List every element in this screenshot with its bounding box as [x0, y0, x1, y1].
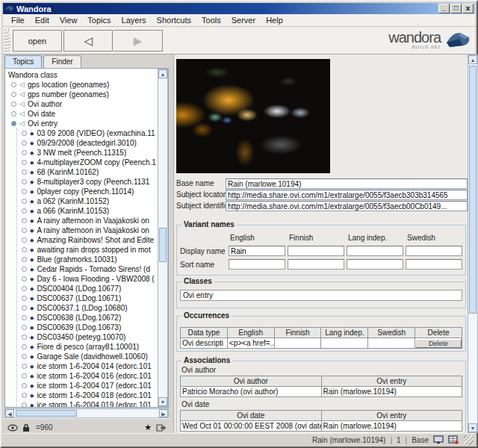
- expand-handle-icon[interactable]: [22, 373, 27, 379]
- scroll-down-icon[interactable]: ▼: [468, 423, 477, 432]
- scroll-left-icon[interactable]: ◀: [5, 409, 14, 417]
- menu-view[interactable]: View: [55, 15, 83, 25]
- tree-item[interactable]: ◆8-multiplayer3 copy (Peench.1131: [17, 177, 157, 187]
- menu-layers[interactable]: Layers: [117, 15, 152, 25]
- variant-name-cell[interactable]: [406, 246, 462, 256]
- occurrence-value-cell[interactable]: [274, 338, 321, 349]
- expand-handle-icon[interactable]: [22, 247, 27, 252]
- expand-handle-icon[interactable]: [22, 335, 27, 340]
- tree-item[interactable]: ◆3 NW melt (Peench.11315): [17, 148, 157, 158]
- association-row[interactable]: Wed Oct 01 00:00:00 EEST 2008 (ovi date)…: [181, 421, 462, 432]
- scroll-right-icon[interactable]: ▶: [159, 409, 168, 417]
- variant-name-cell[interactable]: [347, 259, 403, 270]
- toolbar-drag-handle[interactable]: [4, 28, 10, 52]
- tree-item[interactable]: ◁Ovi author: [7, 99, 157, 109]
- variant-name-cell[interactable]: [288, 259, 344, 270]
- expand-handle-icon[interactable]: [22, 199, 27, 204]
- tab-topics[interactable]: Topics: [4, 55, 42, 68]
- tree-item[interactable]: ◆ice storm 1-6-2004 016 (edorc.101: [17, 371, 157, 381]
- expand-handle-icon[interactable]: [22, 169, 27, 175]
- expand-handle-icon[interactable]: [22, 160, 27, 165]
- scroll-up-icon[interactable]: ▲: [468, 55, 477, 64]
- tree-item[interactable]: ◆DSC00638 (LDog.10672): [17, 313, 157, 323]
- expand-handle-icon[interactable]: [11, 111, 16, 116]
- association-row[interactable]: Patricio Moracho (ovi author)Rain (marlo…: [181, 387, 462, 397]
- base-name-input[interactable]: [226, 178, 468, 189]
- expand-handle-icon[interactable]: [11, 102, 16, 107]
- expand-handle-icon[interactable]: [22, 131, 27, 136]
- expand-handle-icon[interactable]: [22, 286, 27, 291]
- expand-handle-icon[interactable]: [22, 276, 27, 281]
- occurrence-value-cell[interactable]: [321, 338, 368, 349]
- expand-handle-icon[interactable]: [22, 218, 27, 223]
- tree-item[interactable]: ◁Ovi entry: [7, 119, 157, 128]
- menu-edit[interactable]: Edit: [30, 15, 55, 25]
- title-bar[interactable]: Wandora _ □ x: [3, 3, 475, 14]
- expand-handle-icon[interactable]: [22, 315, 27, 320]
- expand-handle-icon[interactable]: [22, 189, 27, 194]
- tree-item[interactable]: ◆A rainy afternoon in Vaajakoski on: [17, 216, 157, 225]
- editor-vscroll-thumb[interactable]: [469, 66, 477, 314]
- expand-handle-icon[interactable]: [11, 92, 16, 97]
- expand-handle-icon[interactable]: [22, 354, 27, 359]
- expand-handle-icon[interactable]: [22, 296, 27, 301]
- tree-item[interactable]: ◆a 066 (KarinM.10153): [17, 206, 157, 216]
- tree-vertical-scrollbar[interactable]: ▲ ▼: [158, 69, 168, 407]
- class-value[interactable]: Ovi entry: [180, 290, 462, 301]
- tree-item[interactable]: ◆03 09 2008 (VIDEO) (exmachina.11: [17, 128, 157, 138]
- association-cell[interactable]: Patricio Moracho (ovi author): [181, 387, 322, 397]
- editor-vertical-scrollbar[interactable]: ▲ ▼: [468, 55, 478, 433]
- menu-tools[interactable]: Tools: [196, 15, 226, 25]
- occurrence-type-cell[interactable]: Ovi descripti: [181, 338, 228, 349]
- tree-item[interactable]: ◆ice storm 1-6-2004 017 (edorc.101: [17, 381, 157, 391]
- tree-item[interactable]: ◆awaiting rain drops stopped in mot: [17, 245, 157, 255]
- minimize-button[interactable]: _: [438, 4, 450, 13]
- tree-item[interactable]: ◆DSC03450 (peteyg.10070): [17, 332, 157, 342]
- tree-hscroll-thumb[interactable]: [16, 410, 77, 417]
- tree-item[interactable]: ◆0player copy (Peench.11014): [17, 187, 157, 196]
- occurrence-value-cell[interactable]: <p><a href=...: [227, 338, 274, 349]
- expand-handle-icon[interactable]: [22, 393, 27, 398]
- status-monitor-icon[interactable]: [433, 435, 444, 444]
- tree-item[interactable]: ◆DSC00404 (LDog.10677): [17, 284, 157, 293]
- tree-item[interactable]: ◆Fiore di pesco (array81.10001): [17, 342, 157, 352]
- expand-handle-icon[interactable]: [11, 82, 16, 87]
- variant-name-cell[interactable]: [229, 246, 285, 256]
- tree-item[interactable]: ◁gps location (geonames): [7, 80, 157, 90]
- tree-item[interactable]: ◆Day 6 - Iowa Flooding - VBW2008 (: [17, 274, 157, 284]
- association-cell[interactable]: Rain (marlowe.10194): [321, 421, 462, 432]
- expand-handle-icon[interactable]: [22, 140, 27, 146]
- variant-name-cell[interactable]: [347, 246, 403, 256]
- back-button[interactable]: ◁: [63, 30, 113, 52]
- tab-finder[interactable]: Finder: [43, 55, 81, 68]
- subject-identifiers-input[interactable]: [226, 201, 468, 211]
- expand-handle-icon[interactable]: [22, 237, 27, 243]
- tree-item[interactable]: ◆ice storm 1-6-2004 018 (edorc.101: [17, 391, 157, 400]
- scroll-down-icon[interactable]: ▼: [158, 397, 167, 406]
- tree-item[interactable]: ◆Blue (grahmorks.10031): [17, 255, 157, 264]
- expand-handle-icon[interactable]: [22, 267, 27, 272]
- tree-horizontal-scrollbar[interactable]: ◀ ▶: [4, 408, 169, 418]
- scroll-up-icon[interactable]: ▲: [158, 69, 167, 78]
- tree-item[interactable]: ◆Amazing Rainbows! Shot and Edite: [17, 235, 157, 245]
- tree-item[interactable]: ◆DSC00637.1 (LDog.10680): [17, 303, 157, 313]
- maximize-button[interactable]: □: [450, 4, 462, 13]
- tree-item[interactable]: ◆DSC00639 (LDog.10673): [17, 323, 157, 332]
- forward-button[interactable]: ▶: [114, 30, 163, 52]
- layer-visibility-eye-icon[interactable]: [7, 423, 18, 432]
- expand-handle-icon[interactable]: [22, 325, 27, 330]
- tree-item[interactable]: ◆ice storm 1-6-2004 014 (edorc.101: [17, 361, 157, 371]
- status-layers-icon[interactable]: [448, 435, 459, 444]
- topic-tree[interactable]: Wandora class◁gps location (geonames)◁gp…: [7, 70, 157, 407]
- tree-item[interactable]: ◁Ovi date: [7, 109, 157, 119]
- expand-handle-icon[interactable]: [22, 150, 27, 155]
- delete-button[interactable]: Delete: [415, 339, 462, 348]
- variant-name-cell[interactable]: [288, 246, 344, 256]
- window-resize-grip[interactable]: [464, 435, 474, 445]
- expand-handle-icon[interactable]: [22, 364, 27, 369]
- menu-server[interactable]: Server: [226, 15, 261, 25]
- layer-star-icon[interactable]: ★: [144, 423, 152, 432]
- expand-handle-icon[interactable]: [22, 305, 27, 311]
- tree-item[interactable]: ◆ice storm 1-6-2004 019 (edorc.101: [17, 400, 157, 407]
- expand-handle-icon[interactable]: [22, 402, 27, 407]
